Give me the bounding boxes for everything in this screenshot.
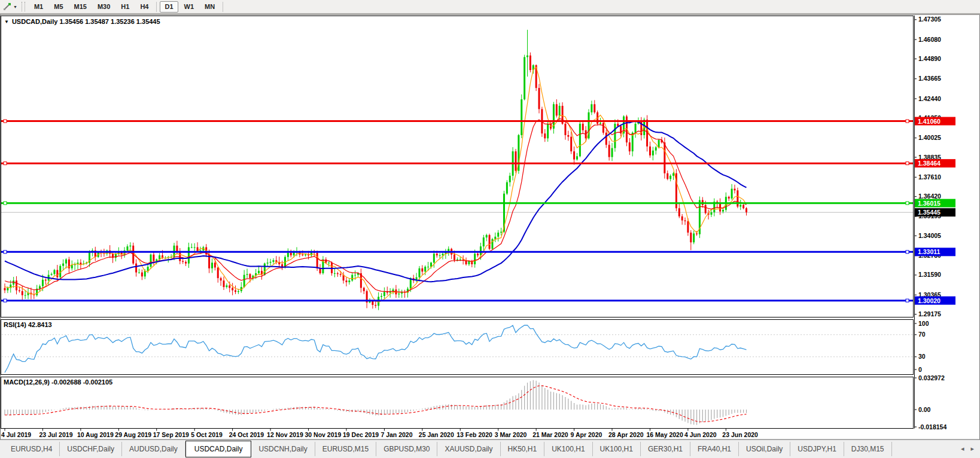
svg-text:23 Jul 2019: 23 Jul 2019 <box>39 431 72 438</box>
svg-text:1.42440: 1.42440 <box>918 95 941 102</box>
svg-text:1.37610: 1.37610 <box>918 173 941 181</box>
svg-text:19 Dec 2019: 19 Dec 2019 <box>343 431 379 438</box>
svg-text:3 Mar 2020: 3 Mar 2020 <box>495 431 527 438</box>
chart-tab-dj30-m15[interactable]: DJ30,M15 <box>844 442 892 456</box>
chart-tab-ger30-h1[interactable]: GER30,H1 <box>641 442 690 456</box>
svg-text:5 Oct 2019: 5 Oct 2019 <box>191 431 223 438</box>
toolbar: ▼ M1M5M15M30H1H4D1W1MN <box>0 0 980 14</box>
hline-handle[interactable] <box>4 162 7 165</box>
svg-text:1.35445: 1.35445 <box>918 209 941 216</box>
chart-tab-usdcad-daily[interactable]: USDCAD,Daily <box>185 441 252 457</box>
draw-tool-glyph <box>3 2 12 11</box>
timeframe-button-m15[interactable]: M15 <box>69 1 92 13</box>
timeframe-button-m5[interactable]: M5 <box>49 1 68 13</box>
rsi-indicator-label: RSI(14) 42.8413 <box>4 321 52 328</box>
chart-tool-icon[interactable]: ▼ <box>1 2 19 11</box>
hline-handle[interactable] <box>906 201 909 204</box>
tabs-scroll-right-icon[interactable]: ▸ <box>970 445 976 452</box>
hline-handle[interactable] <box>4 201 7 204</box>
svg-text:1.46080: 1.46080 <box>918 36 941 43</box>
toolbar-grip-handle[interactable] <box>22 2 25 11</box>
svg-text:24 Oct 2019: 24 Oct 2019 <box>229 431 264 438</box>
svg-text:1.38464: 1.38464 <box>918 160 941 167</box>
hline-handle[interactable] <box>906 120 909 123</box>
svg-text:1.44890: 1.44890 <box>918 55 941 62</box>
svg-text:21 Mar 2020: 21 Mar 2020 <box>532 431 568 438</box>
svg-text:17 Sep 2019: 17 Sep 2019 <box>153 431 189 438</box>
svg-text:16 May 2020: 16 May 2020 <box>646 431 683 438</box>
svg-text:1.47305: 1.47305 <box>918 16 941 23</box>
timeframe-button-m1[interactable]: M1 <box>29 1 48 13</box>
svg-text:1.31590: 1.31590 <box>918 271 941 278</box>
chart-tab-uk100-h1[interactable]: UK100,H1 <box>544 442 592 456</box>
svg-text:0.00: 0.00 <box>918 406 931 413</box>
svg-text:1.29175: 1.29175 <box>918 310 941 317</box>
timeframe-button-w1[interactable]: W1 <box>179 1 199 13</box>
svg-text:0.032972: 0.032972 <box>918 374 945 381</box>
svg-text:4 Jun 2020: 4 Jun 2020 <box>684 431 717 438</box>
chart-tab-usdjpy-h1[interactable]: USDJPY,H1 <box>790 442 844 456</box>
chart-tab-uk100-h1[interactable]: UK100,H1 <box>593 442 641 456</box>
chart-tab-usdcnh-daily[interactable]: USDCNH,Daily <box>251 442 315 456</box>
hline-handle[interactable] <box>4 299 7 302</box>
pane-frame <box>1 320 914 375</box>
svg-text:0: 0 <box>918 366 922 373</box>
svg-text:30 Nov 2019: 30 Nov 2019 <box>305 431 342 438</box>
chart-tab-eurusd-h4[interactable]: EURUSD,H4 <box>4 442 60 456</box>
timeframe-button-m30[interactable]: M30 <box>93 1 115 13</box>
toolbar-separator <box>223 2 223 12</box>
chart-tab-hk50-h1[interactable]: HK50,H1 <box>501 442 545 456</box>
svg-text:1.41060: 1.41060 <box>918 118 941 125</box>
svg-text:1.34005: 1.34005 <box>918 232 941 239</box>
chart-tab-usoil-daily[interactable]: USOil,Daily <box>739 442 790 456</box>
chart-tab-usdchf-daily[interactable]: USDCHF,Daily <box>60 442 122 456</box>
timeframe-button-d1[interactable]: D1 <box>160 1 178 13</box>
timeframe-button-h1[interactable]: H1 <box>116 1 134 13</box>
svg-text:1.36015: 1.36015 <box>918 200 941 207</box>
chart-tab-eurusd-m15[interactable]: EURUSD,M15 <box>315 442 376 456</box>
tabs-scroll-arrows: ◂ ▸ <box>961 445 976 453</box>
chart-tab-audusd-daily[interactable]: AUDUSD,Daily <box>122 442 185 456</box>
svg-text:100: 100 <box>918 320 929 327</box>
svg-text:1.33011: 1.33011 <box>918 248 941 255</box>
svg-text:10 Aug 2019: 10 Aug 2019 <box>77 431 114 438</box>
hline-handle[interactable] <box>906 251 909 254</box>
svg-text:1.36420: 1.36420 <box>918 193 941 200</box>
svg-text:29 Aug 2019: 29 Aug 2019 <box>115 431 151 438</box>
chart-tabs-bar: EURUSD,H4USDCHF,DailyAUDUSD,DailyUSDCAD,… <box>0 439 980 458</box>
hline-handle[interactable] <box>906 162 909 165</box>
svg-text:25 Jan 2020: 25 Jan 2020 <box>419 431 454 438</box>
svg-text:1.40025: 1.40025 <box>918 134 941 141</box>
tabs-scroll-left-icon[interactable]: ◂ <box>961 445 967 452</box>
timeframe-buttons: M1M5M15M30H1H4D1W1MN <box>29 1 226 13</box>
hline-handle[interactable] <box>4 120 7 123</box>
chart-title: ▼ USDCAD,Daily 1.35456 1.35487 1.35236 1… <box>4 18 160 25</box>
pane-frame <box>1 16 914 317</box>
chart-tabs: EURUSD,H4USDCHF,DailyAUDUSD,DailyUSDCAD,… <box>4 441 892 457</box>
tool-dropdown-caret-icon[interactable]: ▼ <box>13 5 17 9</box>
chart-tab-fra40-h1[interactable]: FRA40,H1 <box>690 442 739 456</box>
svg-text:30: 30 <box>918 353 926 360</box>
svg-text:28 Apr 2020: 28 Apr 2020 <box>608 431 644 438</box>
trading-platform-window: { "toolbar": { "timeframes": ["M1","M5",… <box>0 0 980 458</box>
svg-text:-0.018154: -0.018154 <box>918 423 946 430</box>
collapse-caret-icon[interactable]: ▼ <box>4 19 9 25</box>
chart-canvas: 0.0329720.00-0.018154100703001.473051.46… <box>0 0 980 458</box>
svg-text:70: 70 <box>918 331 926 338</box>
hline-handle[interactable] <box>4 251 7 254</box>
svg-text:4 Jul 2019: 4 Jul 2019 <box>1 431 31 438</box>
timeframe-button-h4[interactable]: H4 <box>135 1 153 13</box>
svg-text:23 Jun 2020: 23 Jun 2020 <box>722 431 758 438</box>
pane-frame <box>1 377 914 429</box>
svg-text:1.43665: 1.43665 <box>918 75 941 82</box>
macd-indicator-label: MACD(12,26,9) -0.002688 -0.002105 <box>4 378 112 386</box>
chart-tab-gbpusd-m30[interactable]: GBPUSD,M30 <box>376 442 437 456</box>
hline-handle[interactable] <box>906 299 909 302</box>
timeframe-button-mn[interactable]: MN <box>200 1 220 13</box>
svg-text:12 Nov 2019: 12 Nov 2019 <box>267 431 303 438</box>
chart-tab-xauusd-daily[interactable]: XAUUSD,Daily <box>437 442 500 456</box>
svg-text:1.30020: 1.30020 <box>918 297 941 304</box>
svg-text:13 Feb 2020: 13 Feb 2020 <box>456 431 492 438</box>
toolbar-separator <box>156 2 157 12</box>
svg-text:9 Apr 2020: 9 Apr 2020 <box>571 431 602 438</box>
